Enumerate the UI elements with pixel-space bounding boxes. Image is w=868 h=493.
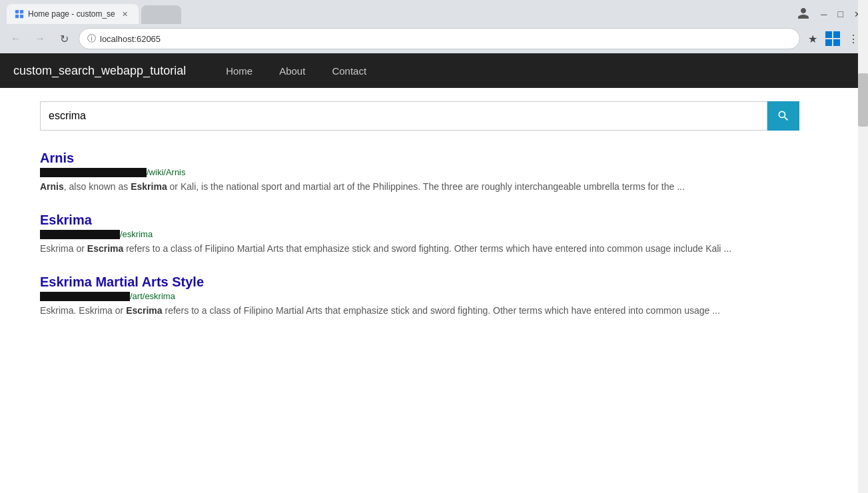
search-icon <box>777 109 790 123</box>
result-url-redacted-3 <box>40 292 130 301</box>
reload-button[interactable]: ↻ <box>55 29 73 48</box>
result-url-row-3: /art/eskrima <box>40 291 828 301</box>
search-button[interactable] <box>767 101 799 131</box>
result-item-2: Eskrima /eskrima Eskrima or Escrima refe… <box>40 213 828 256</box>
result-snippet-2: Eskrima or Escrima refers to a class of … <box>40 242 773 256</box>
result-snippet-3: Eskrima. Eskrima or Escrima refers to a … <box>40 304 773 318</box>
bookmark-button[interactable]: ★ <box>805 30 820 48</box>
svg-rect-2 <box>15 15 19 18</box>
windows-logo <box>825 31 840 46</box>
nav-link-about[interactable]: About <box>266 56 318 86</box>
result-title-1[interactable]: Arnis <box>40 151 828 166</box>
app-navbar: custom_search_webapp_tutorial Home About… <box>0 53 868 88</box>
new-tab-placeholder[interactable] <box>141 5 181 24</box>
search-container <box>40 101 799 131</box>
result-url-redacted-2 <box>40 230 120 239</box>
svg-rect-0 <box>15 10 19 13</box>
result-url-path-2: /eskrima <box>120 229 153 239</box>
browser-chrome: Home page - custom_se ✕ ─ □ ✕ ← → ↻ ⓘ ★ <box>0 0 868 53</box>
result-title-3-part1: Eskrima <box>40 274 92 289</box>
title-bar: Home page - custom_se ✕ ─ □ ✕ <box>0 0 868 24</box>
result-item-3: Eskrima Martial Arts Style /art/eskrima … <box>40 274 828 318</box>
tab-area: Home page - custom_se ✕ <box>7 4 181 24</box>
result-url-redacted-1 <box>40 168 147 177</box>
result-title-3[interactable]: Eskrima Martial Arts Style <box>40 274 828 290</box>
nav-link-home[interactable]: Home <box>213 56 266 86</box>
search-input[interactable] <box>40 101 767 131</box>
scrollbar-thumb[interactable] <box>858 73 868 127</box>
result-url-row-2: /eskrima <box>40 229 828 239</box>
result-title-3-part2: Martial Arts Style <box>92 274 204 289</box>
result-url-path-3: /art/eskrima <box>130 291 175 301</box>
window-controls: ─ □ ✕ <box>797 7 861 22</box>
result-snippet-1: Arnis, also known as Eskrima or Kali, is… <box>40 180 773 194</box>
tab-page-icon <box>15 9 24 19</box>
result-url-path-1: /wiki/Arnis <box>147 167 186 177</box>
back-button[interactable]: ← <box>7 29 25 48</box>
nav-link-contact[interactable]: Contact <box>318 56 380 86</box>
browser-tab[interactable]: Home page - custom_se ✕ <box>7 4 139 24</box>
result-title-2[interactable]: Eskrima <box>40 213 828 228</box>
forward-button[interactable]: → <box>31 29 49 48</box>
result-item-1: Arnis /wiki/Arnis Arnis, also known as E… <box>40 151 828 194</box>
app-brand: custom_search_webapp_tutorial <box>13 64 186 78</box>
tab-title: Home page - custom_se <box>28 9 115 19</box>
main-content: Arnis /wiki/Arnis Arnis, also known as E… <box>0 88 868 350</box>
security-icon: ⓘ <box>87 33 96 45</box>
app-nav-links: Home About Contact <box>213 56 380 86</box>
account-button[interactable] <box>797 7 810 22</box>
result-url-row-1: /wiki/Arnis <box>40 167 828 177</box>
minimize-button[interactable]: ─ <box>821 9 827 19</box>
maximize-button[interactable]: □ <box>838 9 843 19</box>
address-input[interactable] <box>100 34 791 44</box>
svg-rect-3 <box>20 15 23 18</box>
scrollbar-track[interactable] <box>858 0 868 493</box>
svg-rect-1 <box>20 10 23 13</box>
address-bar[interactable]: ⓘ <box>79 28 800 49</box>
tab-close-button[interactable]: ✕ <box>119 8 131 20</box>
address-bar-row: ← → ↻ ⓘ ★ ⋮ <box>0 24 868 53</box>
